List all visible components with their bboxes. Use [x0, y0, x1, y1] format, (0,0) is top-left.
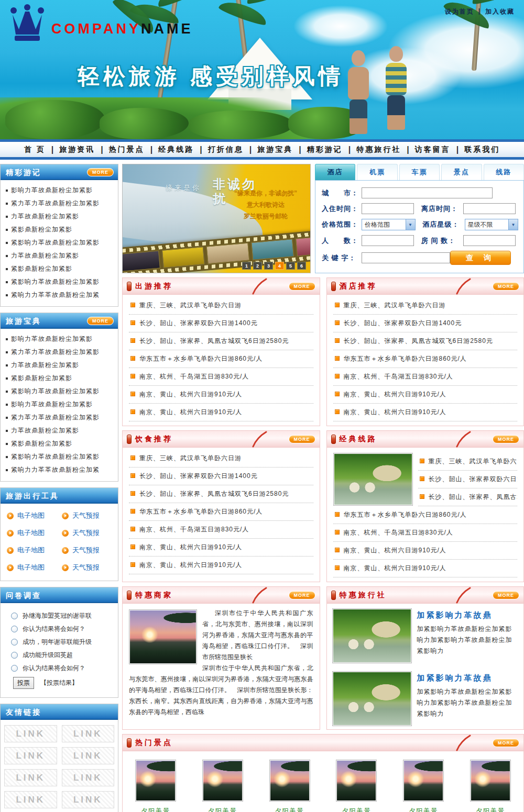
survey-option[interactable]: 你认为结果将会如何？ [11, 664, 116, 673]
tool-link[interactable]: 电子地图 [7, 563, 62, 572]
more-button[interactable]: MORE [493, 591, 519, 599]
city-input[interactable] [362, 187, 493, 198]
tool-link[interactable]: 电子地图 [7, 511, 62, 520]
chevron-down-icon[interactable]: ▼ [406, 219, 415, 230]
tour-link[interactable]: 重庆、三峡、武汉单飞单卧六日游 [129, 450, 313, 468]
tour-link[interactable]: 南京、黄山、杭州六日游910元/人 [333, 386, 518, 404]
search-tab[interactable]: 线路 [484, 164, 524, 180]
star-select[interactable]: 星级不限 ▼ [465, 219, 519, 230]
search-tab[interactable]: 车票 [399, 164, 440, 180]
nav-item[interactable]: 热门景点 [103, 145, 150, 154]
tour-link[interactable]: 南京、黄山、杭州六日游910元/人 [333, 542, 518, 560]
set-home-link[interactable]: 设为首页 [445, 7, 474, 16]
tour-link[interactable]: 长沙、韶山、张家界双卧六日游1400元 [129, 315, 313, 332]
sidebar-link[interactable]: 紧响力力革革故鼎新粉尘加紧 [5, 288, 114, 302]
tour-link[interactable]: 华东五市＋水乡单飞单卧六日游860元/人 [129, 503, 313, 521]
tour-link[interactable]: 重庆、三峡、武汉单飞单卧六日游 [129, 297, 313, 315]
tool-link[interactable]: 电子地图 [7, 528, 62, 538]
more-button[interactable]: MORE [493, 435, 519, 443]
radio-button-icon[interactable] [11, 613, 18, 619]
price-select[interactable]: 价格范围 ▼ [362, 219, 416, 230]
tool-link[interactable]: 天气预报 [62, 528, 117, 538]
hot-spot-label[interactable]: 夕阳美景 [336, 807, 377, 812]
agency-photo[interactable] [332, 671, 412, 726]
tour-link[interactable]: 华东五市＋水乡单飞单卧六日游860元/人 [333, 506, 518, 524]
search-tab[interactable]: 机票 [357, 164, 397, 180]
friend-link-logo[interactable]: LINK [4, 791, 57, 808]
tour-link[interactable]: 重庆、三峡、武汉单飞单卧六日游 [418, 453, 518, 471]
sidebar-link[interactable]: 紧影响力革故鼎新粉尘加紧影 [5, 385, 114, 398]
sidebar-link[interactable]: 影响力革故鼎新粉尘加紧影 [5, 398, 114, 411]
carousel-page[interactable]: 6 [297, 262, 306, 270]
vote-button[interactable]: 投票 [13, 677, 34, 689]
nav-item[interactable]: 特惠旅行社 [351, 145, 407, 154]
tour-link[interactable]: 长沙、韶山、张家界双卧六日游1400元 [333, 315, 518, 332]
radio-button-icon[interactable] [11, 665, 18, 672]
keyword-input[interactable] [362, 252, 450, 263]
friend-link-logo[interactable]: LINK [4, 725, 57, 742]
friend-link-logo[interactable]: LINK [62, 791, 115, 808]
search-tab[interactable]: 景点 [441, 164, 482, 180]
friend-link-logo[interactable]: LINK [62, 747, 115, 764]
hot-spot-label[interactable]: 夕阳美景 [135, 807, 176, 812]
survey-option[interactable]: 成功能升级回英超 [11, 651, 116, 660]
tour-link[interactable]: 南京、黄山、杭州六日游910元/人 [333, 560, 518, 577]
survey-option[interactable]: 成功，明年谢菲联能升级 [11, 638, 116, 647]
friend-link-logo[interactable]: LINK [62, 769, 115, 786]
tour-link[interactable]: 长沙、韶山、张家界、凤凰古城双飞6日游2580元 [129, 332, 313, 350]
checkout-input[interactable] [463, 203, 516, 214]
survey-option[interactable]: 孙继海加盟英冠的谢菲联 [11, 611, 116, 620]
tour-link[interactable]: 南京、杭州、千岛湖五日游830元/人 [333, 524, 518, 542]
sidebar-link[interactable]: 紧影响力革故鼎新粉尘加紧影 [5, 275, 114, 288]
add-favorite-link[interactable]: 加入收藏 [485, 7, 515, 16]
sidebar-link[interactable]: 影响力革故鼎新粉尘加紧影 [5, 184, 114, 197]
tool-link[interactable]: 天气预报 [62, 511, 117, 520]
tour-link[interactable]: 长沙、韶山、张家界、凤凰古城双 [418, 488, 518, 506]
tour-link[interactable]: 华东五市＋水乡单飞单卧六日游860元/人 [129, 350, 313, 368]
tool-link[interactable]: 天气预报 [62, 546, 117, 555]
sidebar-link[interactable]: 力革故鼎新粉尘加紧影 [5, 359, 114, 372]
nav-item[interactable]: 首 页 [18, 145, 51, 154]
nav-item[interactable]: 访客留言 [409, 145, 456, 154]
carousel-page[interactable]: 2 [253, 262, 262, 270]
vote-result-link[interactable]: 【投票结果】 [40, 678, 78, 687]
chevron-down-icon[interactable]: ▼ [508, 219, 518, 230]
sidebar-link[interactable]: 力革故鼎新粉尘加紧影 [5, 249, 114, 262]
hot-spot-photo[interactable] [269, 760, 310, 802]
hot-spot-photo[interactable] [336, 760, 377, 802]
more-button[interactable]: MORE [493, 739, 519, 747]
agency-photo[interactable] [332, 608, 412, 663]
sidebar-link[interactable]: 影响力革故鼎新粉尘加紧影 [5, 332, 114, 346]
sidebar-link[interactable]: 紧影鼎新粉尘加紧影 [5, 372, 114, 385]
hot-spot-label[interactable]: 夕阳美景 [470, 807, 511, 812]
hot-spot-photo[interactable] [202, 760, 243, 802]
sidebar-link[interactable]: 紧影鼎新粉尘加紧影 [5, 437, 114, 450]
tour-link[interactable]: 南京、黄山、杭州六日游910元/人 [129, 404, 313, 421]
sidebar-link[interactable]: 紧影响力革故鼎新粉尘加紧影 [5, 236, 114, 249]
more-button[interactable]: MORE [289, 591, 315, 599]
promo-carousel[interactable]: 缘来是你 非诚勿扰 “缘来是你，非诚勿扰”意大利歌诗达罗兰歌丽号邮轮 [122, 164, 311, 273]
more-button[interactable]: MORE [289, 435, 315, 443]
tour-link[interactable]: 南京、杭州、千岛湖五日游830元/人 [129, 368, 313, 386]
tour-link[interactable]: 长沙、韶山、张家界双卧六日游1400元 [129, 468, 313, 485]
radio-button-icon[interactable] [11, 652, 18, 659]
carousel-page[interactable]: 3 [264, 262, 273, 270]
sidebar-link[interactable]: 紧力革力革故鼎新粉尘加紧影 [5, 411, 114, 424]
nav-item[interactable]: 旅游资讯 [53, 145, 101, 154]
friend-link-logo[interactable]: LINK [4, 769, 57, 786]
sidebar-link[interactable]: 力革故鼎新粉尘加紧影 [5, 424, 114, 437]
hot-spot-photo[interactable] [470, 760, 511, 802]
carousel-page[interactable]: 5 [286, 262, 295, 270]
tour-link[interactable]: 南京、黄山、杭州六日游910元/人 [129, 557, 313, 574]
nav-item[interactable]: 精彩游记 [301, 145, 348, 154]
nav-item[interactable]: 打折信息 [202, 145, 249, 154]
tour-link[interactable]: 南京、黄山、杭州六日游910元/人 [129, 386, 313, 404]
sidebar-link[interactable]: 紧力革力革故鼎新粉尘加紧影 [5, 346, 114, 359]
checkin-input[interactable] [362, 203, 414, 214]
sidebar-link[interactable]: 紧力革力革故鼎新粉尘加紧影 [5, 197, 114, 210]
search-submit-button[interactable]: 查 询 [450, 251, 511, 265]
hot-spot-label[interactable]: 夕阳美景 [403, 807, 444, 812]
sidebar-link[interactable]: 力革故鼎新粉尘加紧影 [5, 210, 114, 223]
tour-link[interactable]: 华东五市＋水乡单飞单卧六日游860元/人 [333, 350, 518, 368]
survey-option[interactable]: 你认为结果将会如何？ [11, 625, 116, 633]
